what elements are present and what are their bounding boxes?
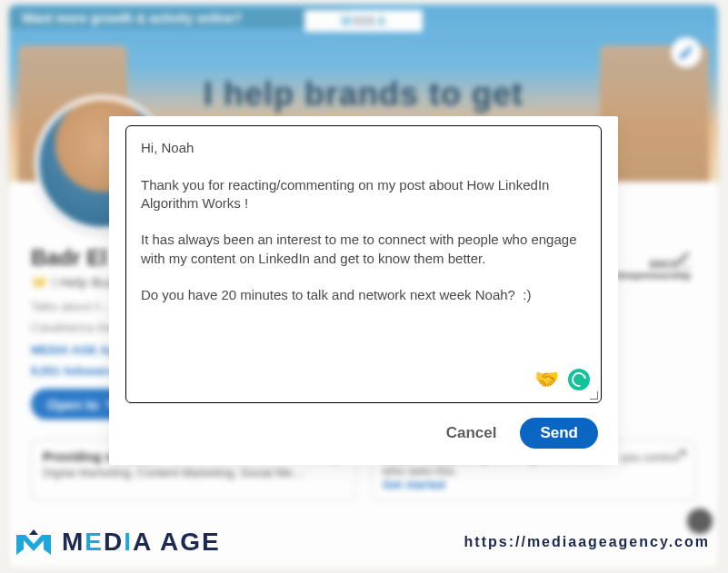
banner-top-logo: M I I I A [304,10,423,32]
edit-banner-button[interactable] [671,37,702,68]
edit-intro-button[interactable] [671,245,696,271]
send-invitation-modal: Hi, Noah Thank you for reacting/commenti… [109,116,618,465]
send-button[interactable]: Send [520,418,598,449]
invitation-message-input[interactable]: Hi, Noah Thank you for reacting/commenti… [125,125,602,403]
pencil-icon [675,250,692,266]
scroll-indicator [687,509,713,534]
media-age-logo-text: MEDIA AGE [62,528,221,557]
pencil-icon [678,44,694,61]
cancel-button[interactable]: Cancel [439,419,504,448]
education-company-side: ENCG … Entrepreneurship [609,259,691,281]
resize-handle-icon[interactable] [589,390,598,400]
media-age-logo-icon [15,528,53,557]
banner-headline-1: I help brands to get [9,75,718,114]
grammarly-icon[interactable] [568,369,590,390]
close-icon[interactable]: ✕ [678,446,688,459]
media-age-url: https://mediaageagency.com [464,534,710,550]
watermark: MEDIA AGE https://mediaageagency.com [0,519,728,573]
banner-ribbon: Want more growth & activity online? [9,8,351,28]
handshake-icon: 🤝 [534,366,559,393]
